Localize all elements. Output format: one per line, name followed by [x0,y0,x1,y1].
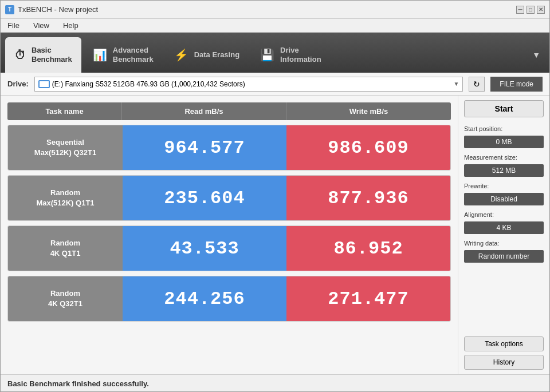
bench-write-random-512k: 877.936 [286,176,450,220]
menu-file[interactable]: File [5,20,22,31]
start-position-label: Start position: [464,125,544,132]
bench-row-random-4k-q1: Random4K Q1T1 43.533 86.952 [7,225,451,271]
drive-row: Drive: (E:) Fanxiang S532 512GB 476.93 G… [1,73,549,96]
drive-icon-container [38,80,50,88]
title-bar: T TxBENCH - New project ─ □ ✕ [1,1,549,19]
drive-icon-box [38,80,50,88]
header-task-name: Task name [7,102,122,120]
close-button[interactable]: ✕ [537,6,545,14]
bench-row-random-512k: RandomMax(512K) Q1T1 235.604 877.936 [7,175,451,221]
tab-bar: ⏱ Basic Benchmark 📊 Advanced Benchmark ⚡… [1,33,549,73]
drive-label: Drive: [7,80,29,88]
start-position-value: 0 MB [464,136,544,148]
tab-advanced-line1: Advanced [113,46,154,55]
tab-drive-information[interactable]: 💾 Drive Information [251,37,331,73]
prewrite-label: Prewrite: [464,183,544,189]
bench-name-sequential: SequentialMax(512K) Q32T1 [8,125,123,170]
menu-bar: File View Help [1,19,549,33]
main-content: Task name Read mB/s Write mB/s Sequentia… [1,96,549,374]
tab-drive-line2: Information [280,55,321,64]
tab-data-erasing[interactable]: ⚡ Data Erasing [165,37,249,73]
bench-read-sequential: 964.577 [123,125,286,170]
tab-basic-line2: Benchmark [32,55,72,64]
status-bar: Basic Benchmark finished successfully. [1,374,549,392]
header-read: Read mB/s [122,102,286,120]
app-icon: T [5,5,14,14]
task-options-button[interactable]: Task options [464,336,544,351]
start-button[interactable]: Start [464,100,544,117]
bench-write-random-4k-q1: 86.952 [286,226,450,271]
drive-tab-icon: 💾 [260,48,274,62]
bench-row-sequential: SequentialMax(512K) Q32T1 964.577 986.60… [7,125,451,171]
header-write: Write mB/s [286,102,451,120]
alignment-label: Alignment: [464,211,544,218]
table-header: Task name Read mB/s Write mB/s [7,102,451,120]
tab-advanced-benchmark[interactable]: 📊 Advanced Benchmark [84,37,163,73]
tab-basic-line1: Basic [32,46,72,55]
tab-dropdown-button[interactable]: ▼ [528,37,545,73]
refresh-icon: ↻ [473,80,480,89]
drive-refresh-button[interactable]: ↻ [469,77,485,92]
clock-icon: ⏱ [14,49,26,62]
writing-data-value: Random number [464,250,544,263]
erase-icon: ⚡ [174,48,188,62]
bench-read-random-4k-q1: 43.533 [123,226,286,271]
alignment-value: 4 KB [464,221,544,234]
measurement-size-label: Measurement size: [464,154,544,161]
tab-advanced-line2: Benchmark [113,55,154,64]
tab-basic-benchmark[interactable]: ⏱ Basic Benchmark [5,37,81,73]
menu-view[interactable]: View [31,20,52,31]
drive-select[interactable]: (E:) Fanxiang S532 512GB 476.93 GB (1,00… [34,77,463,92]
chart-icon: 📊 [93,48,107,62]
bench-row-random-4k-q32: Random4K Q32T1 244.256 271.477 [7,276,451,322]
history-button[interactable]: History [464,355,544,370]
maximize-button[interactable]: □ [527,6,535,14]
tab-drive-line1: Drive [280,46,321,55]
measurement-size-value: 512 MB [464,164,544,177]
bench-read-random-512k: 235.604 [123,176,286,220]
benchmark-area: Task name Read mB/s Write mB/s Sequentia… [1,96,458,374]
minimize-button[interactable]: ─ [516,6,524,14]
prewrite-value: Disabled [464,193,544,205]
file-mode-button[interactable]: FILE mode [490,77,543,92]
bench-name-random-512k: RandomMax(512K) Q1T1 [8,176,123,220]
right-panel: Start Start position: 0 MB Measurement s… [458,96,549,374]
bench-name-random-4k-q1: Random4K Q1T1 [8,226,123,271]
window-title: TxBENCH - New project [18,5,98,14]
bench-write-random-4k-q32: 271.477 [286,276,450,321]
bench-write-sequential: 986.609 [286,125,450,170]
drive-selected-text: (E:) Fanxiang S532 512GB 476.93 GB (1,00… [50,80,454,88]
menu-help[interactable]: Help [61,20,81,31]
drive-arrow-icon: ▼ [453,81,459,87]
status-message: Basic Benchmark finished successfully. [7,379,149,388]
window-controls: ─ □ ✕ [516,6,545,14]
writing-data-label: Writing data: [464,240,544,247]
tab-erase-line1: Data Erasing [194,50,239,60]
bench-name-random-4k-q32: Random4K Q32T1 [8,276,123,321]
bench-read-random-4k-q32: 244.256 [123,276,286,321]
